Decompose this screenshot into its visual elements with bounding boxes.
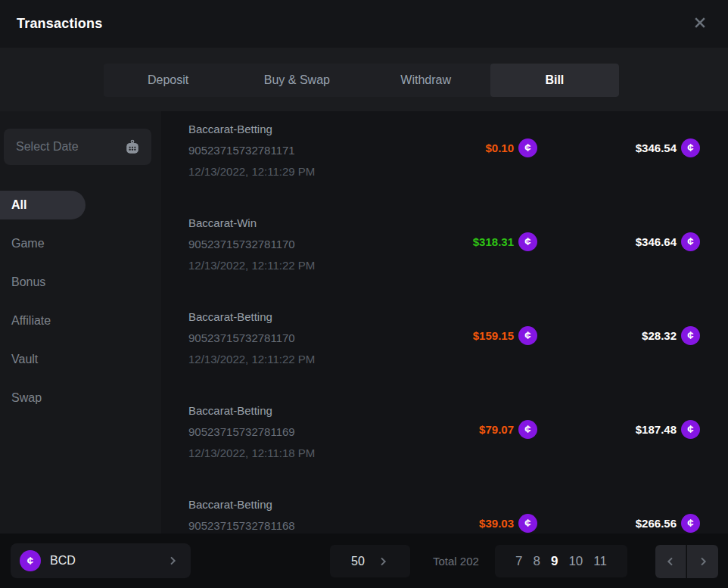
transaction-tabs: Deposit Buy & Swap Withdraw Bill [104, 64, 619, 97]
tx-balance: $187.48 ¢ [636, 419, 700, 439]
page-number-8[interactable]: 8 [533, 554, 540, 569]
filter-affiliate[interactable]: Affiliate [0, 306, 161, 335]
tx-name: Baccarat-Betting [188, 119, 315, 140]
close-icon [692, 15, 708, 33]
bcd-coin-icon: ¢ [518, 326, 537, 345]
bcd-coin-icon: ¢ [681, 138, 700, 157]
date-picker-field[interactable] [4, 129, 151, 165]
tx-amount-value: $39.03 [479, 517, 514, 530]
bcd-coin-icon: ¢ [681, 420, 700, 439]
modal-header: Transactions [0, 0, 728, 48]
tx-timestamp: 12/13/2022, 12:11:22 PM [188, 349, 315, 370]
table-row: Baccarat-Betting 90523715732781168 $39.0… [161, 487, 728, 534]
filter-game[interactable]: Game [0, 229, 161, 258]
bcd-coin-icon: ¢ [518, 232, 537, 251]
filter-all[interactable]: All [0, 191, 86, 219]
tx-name: Baccarat-Betting [188, 306, 315, 328]
tx-amount-value: $318.31 [473, 235, 514, 248]
page-number-11[interactable]: 11 [593, 554, 607, 569]
tx-name: Baccarat-Win [188, 213, 315, 234]
calendar-icon [124, 138, 141, 155]
modal-body: All Game Bonus Affiliate Vault Swap Bacc… [0, 111, 728, 534]
page-title: Transactions [17, 16, 102, 32]
tx-balance-value: $187.48 [636, 423, 677, 436]
bcd-coin-icon: ¢ [681, 232, 700, 251]
bcd-coin-icon: ¢ [681, 514, 700, 533]
page-number-7[interactable]: 7 [515, 554, 522, 569]
total-count: Total 202 [433, 534, 479, 588]
bcd-coin-icon: ¢ [20, 550, 41, 571]
tx-timestamp: 12/13/2022, 12:11:22 PM [188, 255, 315, 276]
table-row: Baccarat-Betting 90523715732781170 12/13… [161, 299, 728, 393]
tx-amount-value: $0.10 [485, 142, 514, 154]
tab-buy-swap[interactable]: Buy & Swap [232, 64, 361, 97]
tx-name: Baccarat-Betting [188, 400, 315, 422]
tx-id: 90523715732781170 [188, 328, 315, 349]
sidebar: All Game Bonus Affiliate Vault Swap [0, 111, 161, 534]
modal-footer: ¢ BCD 50 Total 202 7 8 9 10 11 [0, 534, 728, 588]
tab-deposit[interactable]: Deposit [104, 64, 232, 97]
page-size-selector[interactable]: 50 [330, 545, 410, 577]
close-button[interactable] [689, 13, 711, 36]
bcd-coin-icon: ¢ [518, 138, 537, 157]
filter-swap[interactable]: Swap [0, 384, 161, 412]
page-size-value: 50 [351, 555, 365, 568]
tx-balance: $346.64 ¢ [636, 232, 700, 251]
chevron-right-icon [166, 555, 179, 567]
tx-amount: $159.15 ¢ [473, 325, 537, 345]
currency-label: BCD [50, 554, 76, 568]
tab-band: Deposit Buy & Swap Withdraw Bill [0, 48, 728, 111]
filter-list: All Game Bonus Affiliate Vault Swap [0, 191, 161, 422]
tx-id: 90523715732781168 [188, 515, 295, 534]
tx-balance-value: $28.32 [642, 329, 677, 342]
tx-balance-value: $346.54 [636, 142, 677, 154]
tx-amount: $79.07 ¢ [479, 419, 537, 439]
tx-name: Baccarat-Betting [188, 494, 295, 515]
chevron-right-icon [377, 555, 389, 568]
tx-amount-value: $79.07 [479, 423, 514, 436]
tx-balance: $346.54 ¢ [636, 138, 700, 157]
bcd-coin-icon: ¢ [518, 514, 537, 533]
page-number-9-current[interactable]: 9 [551, 554, 558, 569]
tx-id: 90523715732781169 [188, 422, 315, 443]
tx-balance: $28.32 ¢ [642, 325, 700, 345]
filter-vault[interactable]: Vault [0, 345, 161, 374]
tx-id: 90523715732781170 [188, 234, 315, 255]
tx-amount: $318.31 ¢ [473, 232, 537, 251]
tab-withdraw[interactable]: Withdraw [362, 64, 490, 97]
previous-page-button[interactable] [655, 545, 686, 578]
currency-selector[interactable]: ¢ BCD [11, 543, 191, 578]
page-number-10[interactable]: 10 [568, 554, 583, 569]
tx-amount-value: $159.15 [473, 329, 514, 342]
tab-bill[interactable]: Bill [490, 64, 619, 97]
transactions-modal: Transactions Deposit Buy & Swap Withdraw… [0, 0, 728, 588]
tx-balance: $266.56 ¢ [636, 513, 700, 533]
tx-timestamp: 12/13/2022, 12:11:29 PM [188, 161, 315, 182]
table-row: Baccarat-Win 90523715732781170 12/13/202… [161, 205, 728, 299]
tx-amount: $0.10 ¢ [485, 138, 537, 157]
tx-balance-value: $346.64 [636, 235, 677, 248]
date-input[interactable] [16, 140, 124, 154]
table-row: Baccarat-Betting 90523715732781169 12/13… [161, 393, 728, 487]
pagination: 7 8 9 10 11 [495, 545, 627, 577]
tx-amount: $39.03 ¢ [479, 513, 537, 533]
bcd-coin-icon: ¢ [518, 420, 537, 439]
transaction-list: Baccarat-Betting 90523715732781171 12/13… [161, 111, 728, 534]
bcd-coin-icon: ¢ [681, 326, 700, 345]
filter-bonus[interactable]: Bonus [0, 268, 161, 297]
next-page-button[interactable] [687, 545, 718, 578]
tx-balance-value: $266.56 [636, 517, 677, 530]
tx-timestamp: 12/13/2022, 12:11:18 PM [188, 443, 315, 464]
chevron-left-icon [664, 555, 677, 568]
table-row: Baccarat-Betting 90523715732781171 12/13… [161, 111, 728, 205]
chevron-right-icon [697, 555, 709, 568]
tx-id: 90523715732781171 [188, 140, 315, 161]
